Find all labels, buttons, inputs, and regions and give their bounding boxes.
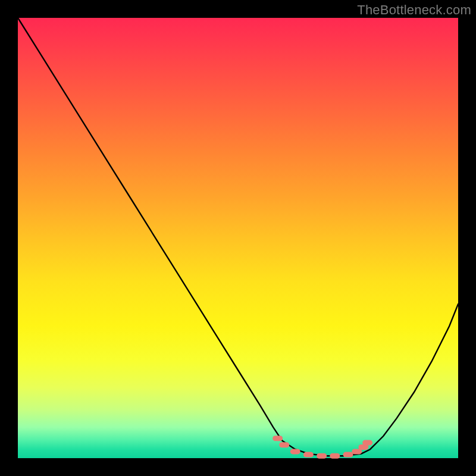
chart-frame: TheBottleneck.com <box>0 0 476 476</box>
plot-area <box>18 18 458 458</box>
optimal-zone-highlight <box>275 439 370 456</box>
watermark-text: TheBottleneck.com <box>357 2 471 18</box>
bottleneck-curve <box>18 18 458 458</box>
curve-path <box>18 18 458 456</box>
